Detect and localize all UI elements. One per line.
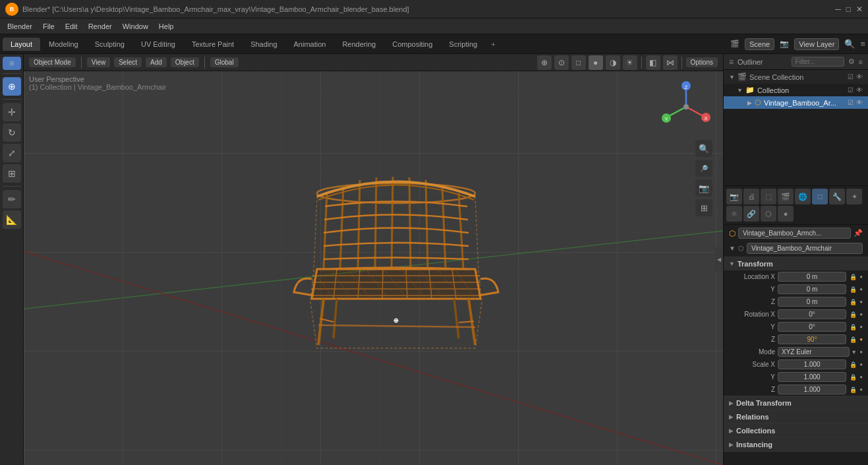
scale-z-value[interactable]: 1.000: [778, 385, 846, 394]
viewport-view-menu[interactable]: View: [87, 57, 111, 67]
location-y-value[interactable]: 0 m: [778, 284, 846, 294]
location-z-dot[interactable]: ●: [859, 299, 863, 305]
menu-file[interactable]: File: [38, 21, 59, 32]
solid-shading-button[interactable]: ●: [589, 55, 603, 70]
xray-button[interactable]: ⋈: [663, 55, 678, 70]
scale-x-dot[interactable]: ●: [859, 361, 863, 367]
location-x-value[interactable]: 0 m: [778, 272, 846, 282]
object-row-selected[interactable]: ▶ ⬡ Vintage_Bamboo_Ar... ☑ 👁: [724, 96, 868, 109]
outliner-filter-icon[interactable]: ⚙: [848, 57, 855, 66]
mode-value[interactable]: XYZ Euler: [778, 347, 850, 357]
menu-blender[interactable]: Blender: [3, 21, 37, 32]
tab-animation[interactable]: Animation: [286, 38, 334, 51]
mesh-name-input[interactable]: [747, 243, 863, 254]
scene-collection-checkbox[interactable]: ☑: [848, 73, 854, 80]
scale-y-dot[interactable]: ●: [859, 374, 863, 380]
viewport-gizmo[interactable]: Z X Y: [660, 80, 712, 133]
options-button[interactable]: Options: [686, 57, 718, 67]
measure-tool[interactable]: 📐: [3, 210, 21, 229]
location-z-lock[interactable]: 🔒: [850, 299, 857, 305]
scale-y-lock[interactable]: 🔒: [850, 374, 857, 381]
collection-eye[interactable]: 👁: [856, 86, 863, 94]
ortho-grid-button[interactable]: ⊞: [695, 199, 712, 216]
proportional-edit-button[interactable]: ⊙: [554, 55, 569, 70]
instancing-header[interactable]: ▶ Instancing: [724, 438, 868, 451]
viewport-global-button[interactable]: Global: [210, 57, 239, 67]
material-props-icon[interactable]: ●: [778, 206, 794, 222]
data-props-icon[interactable]: ⬡: [761, 206, 776, 222]
scene-selector[interactable]: Scene: [745, 38, 774, 50]
camera-view-button[interactable]: 📷: [695, 179, 712, 197]
viewport-object-menu[interactable]: Object: [171, 57, 199, 67]
zoom-in-button[interactable]: 🔍: [695, 140, 712, 157]
menu-window[interactable]: Window: [118, 21, 153, 32]
rotation-y-lock[interactable]: 🔒: [850, 324, 857, 330]
rotation-y-dot[interactable]: ●: [859, 324, 863, 330]
tab-layout[interactable]: Layout: [3, 38, 40, 51]
filter-icon[interactable]: ≡: [860, 39, 865, 49]
outliner-options-icon[interactable]: ≡: [859, 58, 863, 66]
pin-icon[interactable]: 📌: [854, 229, 863, 237]
scene-props-icon[interactable]: 🎬: [778, 189, 794, 204]
particles-props-icon[interactable]: ✦: [846, 189, 862, 204]
location-y-dot[interactable]: ●: [859, 286, 863, 292]
rotation-z-dot[interactable]: ●: [859, 336, 863, 342]
scale-tool[interactable]: ⤢: [3, 144, 21, 162]
zoom-out-button[interactable]: 🔎: [695, 160, 712, 177]
scene-collection-eye[interactable]: 👁: [856, 73, 863, 80]
mode-selector-button[interactable]: ⊞: [3, 57, 21, 70]
annotate-tool[interactable]: ✏: [3, 190, 21, 208]
tab-shading[interactable]: Shading: [243, 38, 285, 51]
scale-y-value[interactable]: 1.000: [778, 372, 846, 382]
transform-section-header[interactable]: ▼ Transform: [724, 257, 868, 270]
viewport-3d[interactable]: Object Mode View Select Add Object Globa…: [24, 54, 723, 465]
object-name-input[interactable]: [738, 228, 851, 239]
search-icon[interactable]: 🔍: [844, 39, 855, 49]
rotation-x-value[interactable]: 0°: [778, 309, 846, 319]
tab-modeling[interactable]: Modeling: [41, 38, 86, 51]
wireframe-shading-button[interactable]: □: [571, 55, 586, 70]
collection-checkbox[interactable]: ☑: [848, 86, 854, 94]
world-props-icon[interactable]: 🌐: [795, 189, 811, 204]
view-layer-props-icon[interactable]: ⬚: [761, 189, 776, 204]
cursor-tool[interactable]: ⊕: [3, 77, 21, 96]
maximize-button[interactable]: □: [846, 5, 851, 14]
tab-texture-paint[interactable]: Texture Paint: [184, 38, 242, 51]
close-button[interactable]: ✕: [856, 5, 863, 14]
add-workspace-button[interactable]: +: [486, 38, 500, 51]
location-z-value[interactable]: 0 m: [778, 297, 846, 307]
rotation-x-dot[interactable]: ●: [859, 311, 863, 317]
material-preview-button[interactable]: ◑: [606, 55, 620, 70]
location-x-dot[interactable]: ●: [859, 274, 863, 280]
object-checkbox[interactable]: ☑: [848, 99, 854, 106]
overlay-button[interactable]: ◧: [646, 55, 660, 70]
scene-collection-row[interactable]: ▼ 🎬 Scene Collection ☑ 👁: [724, 70, 868, 84]
rendered-shading-button[interactable]: ☀: [623, 55, 637, 70]
scale-z-lock[interactable]: 🔒: [850, 387, 857, 393]
move-tool[interactable]: ✛: [3, 103, 21, 121]
menu-render[interactable]: Render: [84, 21, 117, 32]
tab-scripting[interactable]: Scripting: [441, 38, 485, 51]
location-y-lock[interactable]: 🔒: [850, 286, 857, 293]
rotation-x-lock[interactable]: 🔒: [850, 311, 857, 318]
object-props-icon[interactable]: □: [812, 189, 828, 204]
scale-z-dot[interactable]: ●: [859, 387, 863, 392]
modifier-props-icon[interactable]: 🔧: [829, 189, 845, 204]
sidebar-toggle-button[interactable]: ◀: [715, 247, 723, 273]
relations-header[interactable]: ▶ Relations: [724, 410, 868, 423]
scale-x-lock[interactable]: 🔒: [850, 361, 857, 368]
delta-transform-header[interactable]: ▶ Delta Transform: [724, 396, 868, 410]
scale-x-value[interactable]: 1.000: [778, 359, 846, 369]
viewport-select-menu[interactable]: Select: [114, 57, 142, 67]
tab-sculpting[interactable]: Sculpting: [87, 38, 132, 51]
minimize-button[interactable]: ─: [835, 5, 841, 14]
constraints-props-icon[interactable]: 🔗: [743, 206, 759, 222]
rotate-tool[interactable]: ↻: [3, 123, 21, 142]
tab-rendering[interactable]: Rendering: [334, 38, 384, 51]
render-props-icon[interactable]: 📷: [726, 189, 742, 204]
output-props-icon[interactable]: 🖨: [743, 189, 759, 204]
snap-magnet-button[interactable]: ⊕: [537, 55, 552, 70]
rotation-z-value[interactable]: 90°: [778, 334, 846, 344]
menu-edit[interactable]: Edit: [61, 21, 82, 32]
object-eye[interactable]: 👁: [856, 99, 863, 106]
